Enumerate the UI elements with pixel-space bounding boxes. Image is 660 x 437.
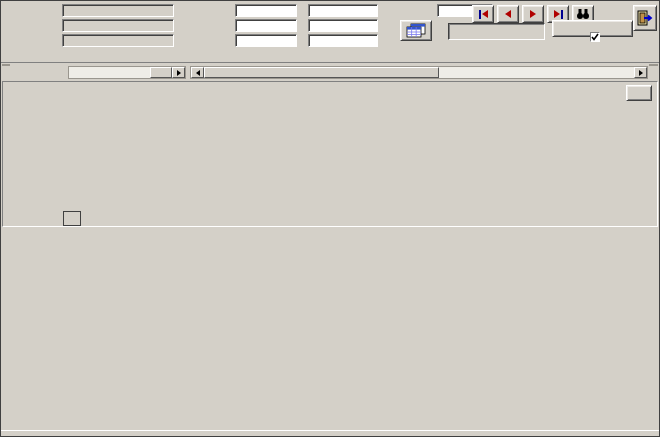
history-scrollbar-thumb[interactable]	[150, 67, 172, 78]
hide-graphs-button[interactable]	[448, 23, 545, 40]
family-field[interactable]	[62, 19, 174, 32]
strategy-field[interactable]	[308, 19, 378, 32]
autorecalc-checkbox[interactable]	[590, 32, 600, 42]
bottom-strip	[1, 430, 659, 436]
pricing-field[interactable]	[308, 4, 378, 17]
next-record-icon	[530, 10, 536, 18]
npd-row	[249, 34, 378, 47]
subfamily-field[interactable]	[62, 34, 174, 47]
exit-door-icon	[637, 10, 653, 26]
previous-record-icon	[505, 10, 511, 18]
plan-scrollbar[interactable]	[190, 66, 648, 79]
spreadsheet-grid-icon	[406, 23, 426, 38]
first-record-icon	[479, 10, 481, 19]
plan-scroll-left-button[interactable]	[191, 67, 204, 78]
sbu-field[interactable]	[62, 4, 174, 17]
plan-scroll-right-button[interactable]	[634, 67, 647, 78]
strategy-row	[249, 19, 378, 32]
binoculars-icon	[576, 8, 590, 20]
scroll-right-icon	[177, 70, 181, 76]
chart-legend	[63, 211, 81, 226]
demand-planning-window	[0, 0, 660, 437]
scrollbar-row	[2, 66, 658, 79]
history-scroll-right-button[interactable]	[172, 67, 185, 78]
exit-button[interactable]	[633, 5, 657, 31]
sbu-row	[5, 4, 174, 17]
chart-panel	[2, 81, 658, 227]
nav-previous-button[interactable]	[497, 5, 519, 23]
family-row	[5, 19, 174, 32]
scroll-right-icon	[639, 70, 643, 76]
pricing-row	[249, 4, 378, 17]
demand-plan-chart	[3, 84, 659, 206]
last-record-icon	[554, 10, 560, 18]
header-panel	[1, 1, 659, 44]
subfamily-row	[5, 34, 174, 47]
nav-first-button[interactable]	[472, 5, 494, 23]
npd-field[interactable]	[308, 34, 378, 47]
nav-next-button[interactable]	[522, 5, 544, 23]
checkmark-icon	[591, 33, 599, 41]
scroll-left-icon	[196, 70, 200, 76]
history-scrollbar[interactable]	[68, 66, 186, 79]
plan-scrollbar-thumb[interactable]	[204, 67, 439, 78]
autorecalc-control	[590, 30, 603, 43]
refresh-button[interactable]	[626, 85, 652, 101]
spreadsheet-button[interactable]	[400, 20, 432, 41]
